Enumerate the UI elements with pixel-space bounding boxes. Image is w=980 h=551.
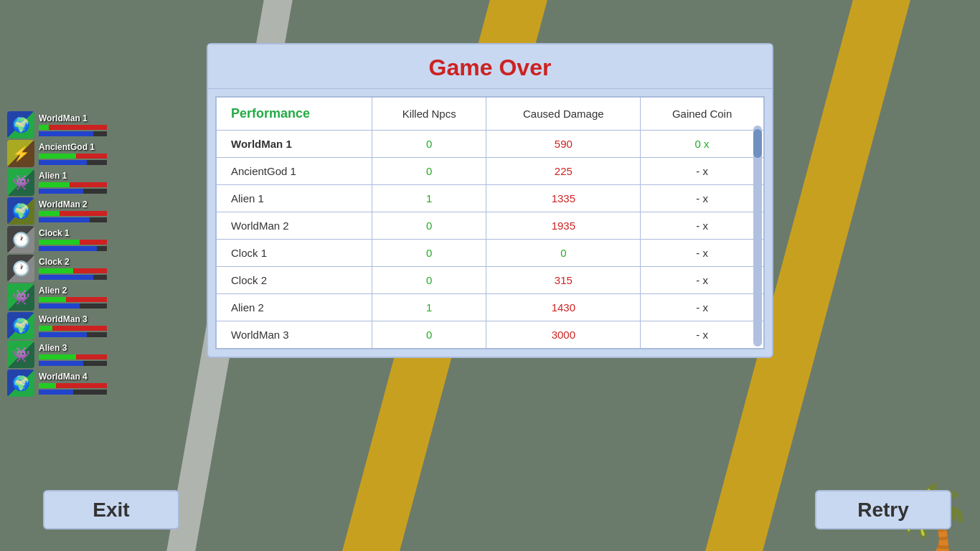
scrollbar-track[interactable]	[753, 126, 762, 347]
game-over-title-bar: Game Over	[208, 44, 772, 89]
table-row: WorldMan 3 0 3000 - x	[217, 321, 764, 349]
row-killed-0: 0	[372, 131, 486, 158]
bar-container	[39, 125, 107, 136]
row-damage-3: 1935	[486, 212, 641, 240]
game-over-overlay: Game Over Performance Killed Npcs Caused…	[0, 0, 980, 551]
health-fill	[39, 297, 66, 302]
player-name: Alien 3	[39, 343, 107, 353]
row-killed-3: 0	[372, 212, 486, 240]
row-damage-6: 1430	[486, 294, 641, 321]
bar-container	[39, 326, 107, 337]
player-name: Alien 2	[39, 286, 107, 296]
row-name-7: WorldMan 3	[217, 321, 372, 349]
bar-container	[39, 354, 107, 366]
bar-container	[39, 211, 107, 222]
player-avatar: 👾	[7, 169, 34, 196]
bar-container	[39, 154, 107, 165]
energy-bar-bg	[39, 217, 107, 222]
health-bar-bg	[39, 125, 107, 130]
energy-bar-bg	[39, 246, 107, 251]
avatar-icon: 👾	[12, 288, 30, 306]
row-coin-0: 0 x	[641, 131, 764, 158]
bar-container	[39, 297, 107, 309]
energy-fill	[39, 160, 87, 165]
row-name-3: WorldMan 2	[217, 212, 372, 240]
player-avatar: 👾	[7, 341, 34, 368]
avatar-icon: 🌍	[12, 317, 30, 334]
row-damage-5: 315	[486, 267, 641, 294]
bar-container	[39, 268, 107, 280]
health-bar-bg	[39, 297, 107, 302]
energy-fill	[39, 217, 90, 222]
scrollbar-thumb[interactable]	[753, 129, 762, 158]
row-damage-1: 225	[486, 158, 641, 185]
health-fill	[39, 211, 60, 216]
player-item: 🕐 Clock 2	[7, 255, 107, 282]
health-fill	[39, 326, 52, 331]
retry-button[interactable]: Retry	[815, 490, 951, 529]
row-damage-4: 0	[486, 240, 641, 267]
health-fill	[39, 268, 73, 273]
energy-bar-bg	[39, 160, 107, 165]
header-performance: Performance	[217, 98, 372, 131]
health-bar-bg	[39, 154, 107, 159]
health-fill	[39, 354, 76, 359]
health-fill	[39, 154, 76, 159]
row-name-1: AncientGod 1	[217, 158, 372, 185]
row-coin-3: - x	[641, 212, 764, 240]
energy-fill	[39, 332, 87, 337]
row-killed-5: 0	[372, 267, 486, 294]
bar-container	[39, 240, 107, 251]
player-info: WorldMan 3	[39, 314, 107, 337]
player-item: ⚡ AncientGod 1	[7, 140, 107, 167]
avatar-icon: 🌍	[12, 375, 30, 392]
energy-fill	[39, 303, 80, 309]
player-avatar: 🕐	[7, 255, 34, 282]
player-name: WorldMan 4	[39, 372, 107, 382]
row-coin-4: - x	[641, 240, 764, 267]
table-row: AncientGod 1 0 225 - x	[217, 158, 764, 185]
energy-bar-bg	[39, 189, 107, 194]
player-name: WorldMan 2	[39, 199, 107, 209]
row-killed-1: 0	[372, 158, 486, 185]
energy-bar-bg	[39, 361, 107, 366]
row-killed-2: 1	[372, 185, 486, 212]
player-item: 👾 Alien 2	[7, 283, 107, 311]
player-avatar: 🌍	[7, 111, 34, 138]
table-row: Alien 1 1 1335 - x	[217, 185, 764, 212]
row-damage-2: 1335	[486, 185, 641, 212]
health-fill	[39, 240, 80, 245]
player-avatar: 🌍	[7, 369, 34, 397]
player-list: 🌍 WorldMan 1 ⚡ AncientGod 1	[7, 111, 107, 397]
game-over-title: Game Over	[429, 55, 552, 80]
health-bar-bg	[39, 326, 107, 331]
player-name: WorldMan 3	[39, 314, 107, 324]
player-avatar: ⚡	[7, 140, 34, 167]
exit-button[interactable]: Exit	[43, 490, 179, 529]
player-info: Alien 2	[39, 286, 107, 309]
player-info: WorldMan 4	[39, 372, 107, 395]
game-over-panel: Game Over Performance Killed Npcs Caused…	[207, 43, 773, 358]
header-coin: Gained Coin	[641, 98, 764, 131]
row-coin-7: - x	[641, 321, 764, 349]
player-avatar: 🕐	[7, 226, 34, 253]
energy-fill	[39, 390, 73, 395]
performance-table: Performance Killed Npcs Caused Damage Ga…	[216, 97, 764, 349]
performance-table-container: Performance Killed Npcs Caused Damage Ga…	[215, 96, 765, 349]
avatar-icon: 🕐	[12, 260, 30, 277]
energy-fill	[39, 275, 93, 280]
health-fill	[39, 182, 70, 187]
table-row: WorldMan 1 0 590 0 x	[217, 131, 764, 158]
player-name: Clock 1	[39, 228, 107, 238]
row-name-2: Alien 1	[217, 185, 372, 212]
bar-container	[39, 182, 107, 194]
bar-container	[39, 383, 107, 395]
row-killed-7: 0	[372, 321, 486, 349]
energy-bar-bg	[39, 303, 107, 309]
avatar-icon: ⚡	[12, 145, 30, 162]
row-coin-1: - x	[641, 158, 764, 185]
row-name-6: Alien 2	[217, 294, 372, 321]
player-name: Alien 1	[39, 171, 107, 181]
player-avatar: 🌍	[7, 312, 34, 339]
row-killed-4: 0	[372, 240, 486, 267]
